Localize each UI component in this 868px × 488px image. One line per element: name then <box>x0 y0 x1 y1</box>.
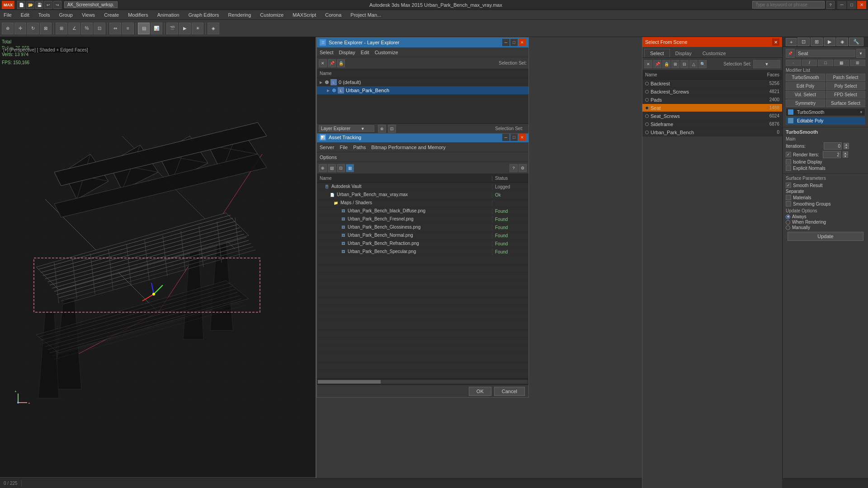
menu-graph-editors[interactable]: Graph Editors <box>187 11 221 19</box>
mod-stack-turbosmooth[interactable]: TurboSmooth ▼ <box>786 108 865 116</box>
mod-stack-editpoly[interactable]: Editable Poly <box>786 117 865 125</box>
at-btn2[interactable]: ▤ <box>328 164 336 172</box>
undo-icon[interactable]: ↩ <box>44 1 52 9</box>
edit-poly-btn[interactable]: Edit Poly <box>786 82 825 90</box>
se-menu-edit[interactable]: Edit <box>361 50 369 55</box>
turbosmooth-btn[interactable]: TurboSmooth <box>786 74 825 81</box>
render-btn[interactable]: ▶ <box>179 23 191 34</box>
ts-render-iters-checkbox[interactable] <box>786 152 791 157</box>
close-button[interactable]: ✕ <box>857 1 866 9</box>
asset-minimize[interactable]: ─ <box>502 134 509 141</box>
scene-explorer-maximize[interactable]: □ <box>510 39 518 46</box>
rotate-btn[interactable]: ↻ <box>27 23 39 34</box>
save-icon[interactable]: 💾 <box>35 1 43 9</box>
asset-ok-button[interactable]: OK <box>469 387 491 396</box>
fpd-select-btn[interactable]: FPD Select <box>826 91 865 99</box>
sfs-btn2[interactable]: 📌 <box>653 60 661 68</box>
sfs-btn7[interactable]: 🔍 <box>698 60 707 68</box>
redo-icon[interactable]: ↪ <box>53 1 61 9</box>
asset-row-maxfile[interactable]: 📄Urban_Park_Bench_max_vray.max Ok <box>317 191 528 199</box>
menu-edit[interactable]: Edit <box>19 11 31 19</box>
asset-row-fresnel[interactable]: 🖼Urban_Park_Bench_Fresnel.png Found <box>317 216 528 224</box>
sfs-row-backrest[interactable]: Backrest 5256 <box>642 80 782 88</box>
object-name-field[interactable]: Seat <box>796 50 855 57</box>
surface-select-btn[interactable]: Surface Select <box>826 99 865 107</box>
ts-iter-up[interactable]: ▲ <box>844 143 849 146</box>
layer-item-urban[interactable]: ▶ L Urban_Park_Bench <box>317 86 528 94</box>
mod-tab-display[interactable]: ◈ <box>836 38 848 46</box>
asset-row-vault[interactable]: 🗄Autodesk Vault Logged <box>317 183 528 191</box>
scale-btn[interactable]: ⊠ <box>40 23 52 34</box>
sfs-row-seat-screws[interactable]: Seat_Screws 6024 <box>642 112 782 120</box>
asset-row-glossiness[interactable]: 🖼Urban_Park_Bench_Glossiness.png Found <box>317 224 528 232</box>
scene-explorer-close[interactable]: ✕ <box>519 39 526 46</box>
ts-smooth-result-checkbox[interactable] <box>786 183 791 188</box>
sfs-btn4[interactable]: ⊞ <box>671 60 679 68</box>
patch-select-btn[interactable]: Patch Select <box>826 74 865 81</box>
update-button[interactable]: Update <box>788 232 863 241</box>
asset-row-normal[interactable]: 🖼Urban_Park_Bench_Normal.png Found <box>317 232 528 240</box>
mod-tab-utilities[interactable]: 🔧 <box>849 38 863 46</box>
layer-select-dropdown[interactable]: Layer Explorer ▼ <box>319 125 374 132</box>
ts-explicit-checkbox[interactable] <box>786 165 791 171</box>
menu-corona[interactable]: Corona <box>323 11 343 19</box>
select-btn[interactable]: ⊕ <box>2 23 14 34</box>
se-menu-display[interactable]: Display <box>339 50 355 55</box>
asset-row-refraction[interactable]: 🖼Urban_Park_Bench_Refraction.png Found <box>317 240 528 248</box>
ts-render-up[interactable]: ▲ <box>843 151 848 155</box>
sfs-selection-dropdown[interactable]: ▼ <box>753 60 780 68</box>
mod-sel-border[interactable]: □ <box>818 60 833 66</box>
layer-sel-btn2[interactable]: ⊡ <box>388 125 396 133</box>
help-icon[interactable]: ? <box>826 1 835 9</box>
at-btn1[interactable]: ⊕ <box>319 164 327 172</box>
sfs-row-seat[interactable]: Seat 1488 <box>642 104 782 112</box>
search-input[interactable] <box>752 1 825 9</box>
menu-views[interactable]: Views <box>80 11 97 19</box>
menu-group[interactable]: Group <box>57 11 75 19</box>
menu-project-man[interactable]: Project Man... <box>349 11 383 19</box>
menu-file[interactable]: File <box>2 11 14 19</box>
new-icon[interactable]: 📄 <box>17 1 25 9</box>
mod-sel-element[interactable]: ⊞ <box>850 60 865 66</box>
at-settings-btn[interactable]: ⚙ <box>519 164 527 172</box>
scene-explorer-minimize[interactable]: ─ <box>502 39 509 46</box>
mod-tab-modify[interactable]: ⊡ <box>797 38 810 46</box>
asset-row-maps[interactable]: 📁Maps / Shaders <box>317 199 528 207</box>
mod-tab-hierarchy[interactable]: ⊞ <box>811 38 823 46</box>
sfs-btn6[interactable]: △ <box>689 60 698 68</box>
snap-btn[interactable]: ⊞ <box>56 23 67 34</box>
ts-iter-down[interactable]: ▼ <box>844 146 849 149</box>
asset-tracking-btn[interactable]: 📊 <box>151 23 162 34</box>
poly-select-btn[interactable]: Poly Select <box>826 82 865 90</box>
menu-customize[interactable]: Customize <box>258 11 285 19</box>
menu-maxscript[interactable]: MAXScript <box>291 11 318 19</box>
angle-snap-btn[interactable]: ∠ <box>68 23 80 34</box>
percent-snap-btn[interactable]: % <box>81 23 93 34</box>
asset-close[interactable]: ✕ <box>519 134 526 141</box>
menu-rendering[interactable]: Rendering <box>226 11 253 19</box>
at-options[interactable]: Options <box>320 155 337 160</box>
mod-arrow-btn[interactable]: ▼ <box>856 49 865 58</box>
menu-tools[interactable]: Tools <box>37 11 52 19</box>
minimize-button[interactable]: ─ <box>837 1 846 9</box>
radio-manually[interactable] <box>786 225 790 230</box>
ts-iterations-input[interactable] <box>824 142 842 150</box>
sfs-row-backrest-screws[interactable]: Backrest_Screws 4821 <box>642 88 782 96</box>
maximize-button[interactable]: □ <box>847 1 856 9</box>
at-btn3[interactable]: ⊡ <box>337 164 345 172</box>
menu-modifiers[interactable]: Modifiers <box>126 11 150 19</box>
mirror-btn[interactable]: ⇔ <box>109 23 121 34</box>
spinner-snap-btn[interactable]: ⊡ <box>94 23 105 34</box>
mod-sel-edge[interactable]: / <box>802 60 817 66</box>
se-menu-customize[interactable]: Customize <box>375 50 398 55</box>
active-shade-btn[interactable]: ☀ <box>192 23 203 34</box>
symmetry-btn[interactable]: Symmetry <box>786 99 825 107</box>
sfs-row-pads[interactable]: Pads 2400 <box>642 96 782 104</box>
menu-create[interactable]: Create <box>102 11 121 19</box>
at-server[interactable]: Server <box>320 145 334 150</box>
ts-render-down[interactable]: ▼ <box>843 155 848 158</box>
vol-select-btn[interactable]: Vol. Select <box>786 91 825 99</box>
sfs-btn1[interactable]: ✕ <box>644 60 652 68</box>
mod-pin-btn[interactable]: 📌 <box>786 49 795 58</box>
radio-when-rendering[interactable] <box>786 220 790 225</box>
